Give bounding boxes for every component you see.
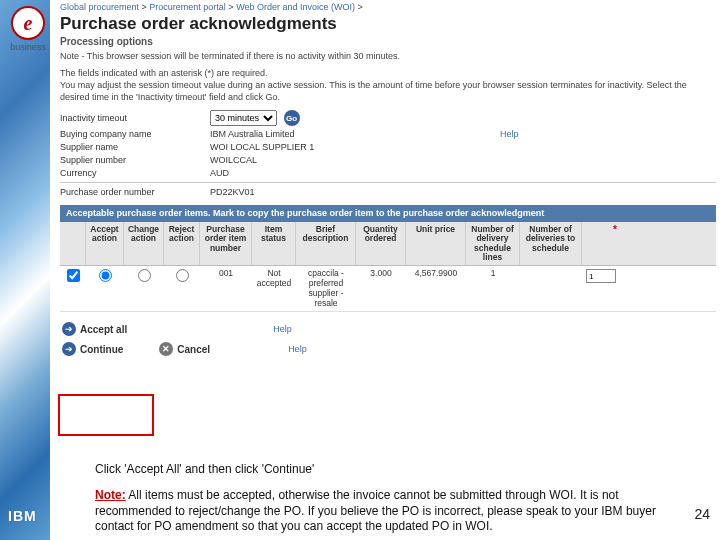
inactivity-timeout-select[interactable]: 30 minutes (210, 110, 277, 126)
col-num-deliveries-to-schedule: Number of deliveries to schedule (520, 222, 582, 265)
cell-order-item: 001 (200, 266, 252, 311)
breadcrumb-procurement-portal[interactable]: Procurement portal (149, 2, 226, 12)
accept-radio[interactable] (99, 269, 112, 282)
po-items-table: Acceptable purchase order items. Mark to… (60, 205, 716, 312)
deliveries-to-schedule-input[interactable] (586, 269, 616, 283)
breadcrumb: Global procurement > Procurement portal … (60, 0, 716, 13)
required-note: The fields indicated with an asterisk (*… (60, 68, 716, 103)
highlight-accept-continue (58, 394, 154, 436)
footer-note: Note: All items must be accepted, otherw… (95, 488, 660, 535)
reject-radio[interactable] (176, 269, 189, 282)
row-select-checkbox[interactable] (67, 269, 80, 282)
col-order-item-number: Purchase order item number (200, 222, 252, 265)
breadcrumb-global-procurement[interactable]: Global procurement (60, 2, 139, 12)
change-radio[interactable] (138, 269, 151, 282)
ebusiness-logo-letter: e (24, 12, 33, 35)
supplier-number-value: WOILCCAL (210, 155, 360, 165)
cell-quantity: 3.000 (356, 266, 406, 311)
cancel-button[interactable]: ✕ Cancel (159, 342, 210, 356)
continue-label: Continue (80, 344, 123, 355)
col-unit-price: Unit price (406, 222, 466, 265)
help-link-continue[interactable]: Help (288, 344, 307, 354)
ebusiness-logo-block: e business (6, 6, 50, 52)
buying-company-label: Buying company name (60, 129, 210, 139)
po-number-value: PD22KV01 (210, 187, 360, 197)
supplier-name-label: Supplier name (60, 142, 210, 152)
breadcrumb-woi[interactable]: Web Order and Invoice (WOI) (236, 2, 355, 12)
inactivity-timeout-label: Inactivity timeout (60, 113, 210, 123)
help-link-accept[interactable]: Help (273, 324, 292, 334)
cell-description: cpaccila - preferred supplier - resale (296, 266, 356, 311)
accept-all-label: Accept all (80, 324, 127, 335)
table-row: 001 Not accepted cpaccila - preferred su… (60, 266, 716, 312)
ibm-logo: IBM (8, 508, 37, 524)
col-accept-action: Accept action (86, 222, 124, 265)
currency-label: Currency (60, 168, 210, 178)
col-item-status: Item status (252, 222, 296, 265)
col-num-delivery-lines: Number of delivery schedule lines (466, 222, 520, 265)
cancel-label: Cancel (177, 344, 210, 355)
currency-value: AUD (210, 168, 360, 178)
ebusiness-logo-icon: e (11, 6, 45, 40)
col-quantity-ordered: Quantity ordered (356, 222, 406, 265)
arrow-right-icon: ➔ (62, 322, 76, 336)
buying-company-value: IBM Australia Limited (210, 129, 360, 139)
page-subtitle: Processing options (60, 36, 716, 47)
page-title: Purchase order acknowledgments (60, 14, 716, 34)
cell-unit-price: 4,567.9900 (406, 266, 466, 311)
po-number-label: Purchase order number (60, 187, 210, 197)
page-number: 24 (694, 506, 710, 522)
cell-num-delivery-lines: 1 (466, 266, 520, 311)
footer-note-text: All items must be accepted, otherwise th… (95, 488, 656, 533)
supplier-number-label: Supplier number (60, 155, 210, 165)
continue-button[interactable]: ➔ Continue (62, 342, 123, 356)
supplier-name-value: WOI LOCAL SUPPLIER 1 (210, 142, 360, 152)
decorative-sidebar (0, 0, 50, 540)
accept-all-button[interactable]: ➔ Accept all (62, 322, 127, 336)
table-banner: Acceptable purchase order items. Mark to… (60, 205, 716, 222)
cell-status: Not accepted (252, 266, 296, 311)
arrow-right-icon: ➔ (62, 342, 76, 356)
session-note: Note - This browser session will be term… (60, 51, 716, 63)
col-change-action: Change action (124, 222, 164, 265)
close-icon: ✕ (159, 342, 173, 356)
col-brief-description: Brief description (296, 222, 356, 265)
help-link-top[interactable]: Help (500, 129, 519, 139)
footer-instruction: Click 'Accept All' and then click 'Conti… (95, 462, 690, 476)
go-button[interactable]: Go (284, 110, 300, 126)
footer-note-label: Note: (95, 488, 126, 502)
ebusiness-caption: business (6, 42, 50, 52)
col-reject-action: Reject action (164, 222, 200, 265)
table-header-row: Accept action Change action Reject actio… (60, 222, 716, 266)
